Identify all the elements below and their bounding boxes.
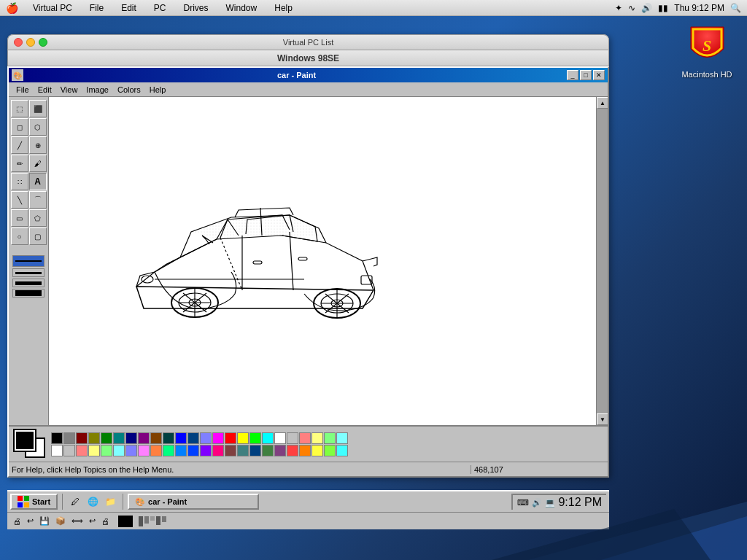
palette-color-r1-23[interactable]: [336, 432, 348, 444]
palette-color-r2-12[interactable]: [200, 445, 212, 456]
palette-color-r2-7[interactable]: [138, 445, 150, 456]
paint-close-button[interactable]: ✕: [593, 70, 605, 80]
palette-color-r1-7[interactable]: [138, 432, 150, 444]
menu-virtual-pc[interactable]: Virtual PC: [30, 1, 75, 15]
menu-window[interactable]: Window: [223, 1, 260, 15]
tool-fill[interactable]: ⬡: [29, 118, 47, 136]
palette-color-r2-4[interactable]: [101, 445, 112, 456]
tool-line[interactable]: ╲: [11, 191, 28, 209]
palette-color-r1-1[interactable]: [63, 432, 75, 444]
menu-pc[interactable]: PC: [151, 1, 169, 15]
tool-pencil[interactable]: ✏: [11, 155, 28, 172]
palette-color-r1-12[interactable]: [200, 432, 212, 444]
vpc-close-button[interactable]: [14, 38, 23, 47]
vpc-maximize-button[interactable]: [39, 38, 47, 47]
paint-minimize-button[interactable]: _: [567, 70, 578, 80]
palette-color-r2-19[interactable]: [287, 445, 298, 456]
line-width-selected[interactable]: [12, 255, 44, 267]
scroll-down-button[interactable]: ▼: [597, 413, 608, 425]
palette-color-r1-21[interactable]: [311, 432, 323, 444]
spotlight-icon[interactable]: 🔍: [730, 3, 741, 13]
paint-canvas-area[interactable]: ▲ ▼: [49, 97, 608, 425]
paint-menu-help[interactable]: Help: [145, 84, 171, 96]
paint-canvas[interactable]: [49, 97, 596, 425]
taskbar-paint-task[interactable]: 🎨 car - Paint: [128, 494, 259, 510]
palette-color-r1-2[interactable]: [76, 432, 88, 444]
palette-color-r2-6[interactable]: [125, 445, 137, 456]
palette-color-r1-14[interactable]: [225, 432, 236, 444]
palette-color-r2-1[interactable]: [63, 445, 75, 456]
menu-edit[interactable]: Edit: [118, 1, 139, 15]
palette-color-r2-20[interactable]: [299, 445, 311, 456]
tool-rounded-rect[interactable]: ▢: [29, 228, 47, 245]
palette-color-r2-21[interactable]: [311, 445, 323, 456]
tool-select-rect[interactable]: ⬚: [11, 100, 28, 117]
paint-menu-image[interactable]: Image: [82, 84, 113, 96]
line-width-2[interactable]: [12, 268, 44, 277]
tool-eraser[interactable]: ◻: [11, 118, 28, 136]
palette-color-r1-18[interactable]: [274, 432, 286, 444]
menu-drives[interactable]: Drives: [181, 1, 212, 15]
palette-color-r1-16[interactable]: [249, 432, 261, 444]
quick-launch-folder[interactable]: 📁: [102, 494, 118, 510]
palette-color-r2-16[interactable]: [249, 445, 261, 456]
tool-magnifier[interactable]: ⊕: [29, 136, 47, 154]
palette-color-r1-4[interactable]: [101, 432, 112, 444]
palette-color-r1-20[interactable]: [299, 432, 311, 444]
palette-color-r1-0[interactable]: [51, 432, 63, 444]
palette-color-r1-11[interactable]: [187, 432, 199, 444]
scroll-up-button[interactable]: ▲: [597, 97, 608, 109]
palette-color-r2-5[interactable]: [113, 445, 125, 456]
paint-menu-file[interactable]: File: [12, 84, 34, 96]
tool-polygon[interactable]: ⬠: [29, 209, 47, 227]
palette-color-r2-17[interactable]: [262, 445, 274, 456]
palette-color-r1-17[interactable]: [262, 432, 274, 444]
palette-color-r2-18[interactable]: [274, 445, 286, 456]
palette-color-r1-5[interactable]: [113, 432, 125, 444]
tool-eyedropper[interactable]: ╱: [11, 136, 28, 154]
vertical-scrollbar[interactable]: ▲ ▼: [596, 97, 608, 425]
palette-color-r1-15[interactable]: [237, 432, 249, 444]
start-button[interactable]: Start: [10, 494, 58, 510]
palette-color-r1-13[interactable]: [212, 432, 224, 444]
menu-help[interactable]: Help: [271, 1, 295, 15]
tool-rect[interactable]: ▭: [11, 209, 28, 227]
quick-launch-ie[interactable]: 🖊: [67, 494, 83, 510]
paint-maximize-button[interactable]: □: [580, 70, 592, 80]
scroll-track[interactable]: [597, 109, 608, 413]
vpc-minimize-button[interactable]: [26, 38, 35, 47]
paint-menu-colors[interactable]: Colors: [113, 84, 145, 96]
quick-launch-browser[interactable]: 🌐: [85, 494, 101, 510]
palette-color-r1-9[interactable]: [163, 432, 174, 444]
palette-color-r2-22[interactable]: [324, 445, 336, 456]
palette-color-r1-6[interactable]: [125, 432, 137, 444]
line-width-3[interactable]: [12, 279, 44, 287]
tool-text[interactable]: A: [29, 173, 47, 190]
apple-menu[interactable]: 🍎: [6, 2, 18, 14]
paint-menu-view[interactable]: View: [56, 84, 82, 96]
tool-ellipse[interactable]: ○: [11, 228, 28, 245]
palette-color-r2-0[interactable]: [51, 445, 63, 456]
menu-file[interactable]: File: [87, 1, 107, 15]
palette-color-r2-13[interactable]: [212, 445, 224, 456]
paint-menu-edit[interactable]: Edit: [34, 84, 56, 96]
palette-color-r2-14[interactable]: [225, 445, 236, 456]
palette-color-r1-3[interactable]: [88, 432, 100, 444]
palette-color-r2-9[interactable]: [163, 445, 174, 456]
palette-color-r2-23[interactable]: [336, 445, 348, 456]
palette-color-r2-2[interactable]: [76, 445, 88, 456]
palette-color-r1-22[interactable]: [324, 432, 336, 444]
line-width-4[interactable]: [12, 289, 44, 298]
tool-brush[interactable]: 🖌: [29, 155, 47, 172]
macintosh-hd-icon[interactable]: S Macintosh HD: [681, 23, 732, 79]
palette-color-r2-11[interactable]: [187, 445, 199, 456]
foreground-color-box[interactable]: [15, 430, 35, 451]
tool-curve[interactable]: ⌒: [29, 191, 47, 209]
palette-color-r2-8[interactable]: [150, 445, 162, 456]
palette-color-r1-10[interactable]: [175, 432, 187, 444]
palette-color-r2-3[interactable]: [88, 445, 100, 456]
palette-color-r2-15[interactable]: [237, 445, 249, 456]
tool-select-free[interactable]: ⬛: [29, 100, 47, 117]
palette-color-r1-8[interactable]: [150, 432, 162, 444]
palette-color-r2-10[interactable]: [175, 445, 187, 456]
